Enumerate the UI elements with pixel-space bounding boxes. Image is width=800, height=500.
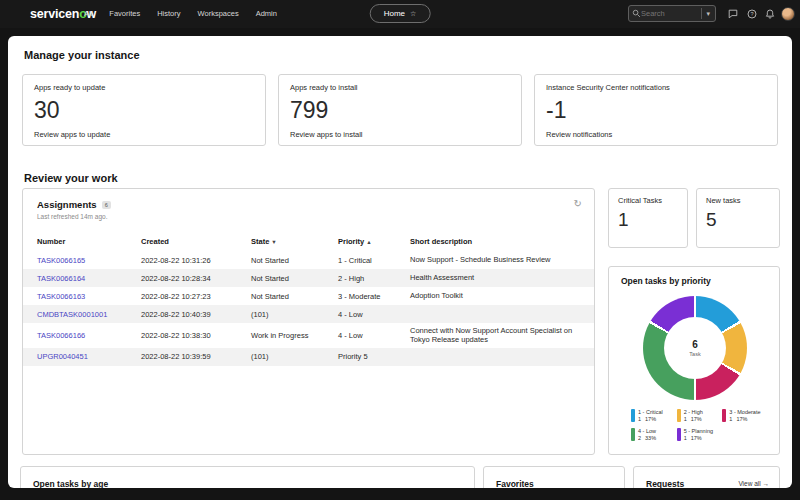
assignments-table-header: Number Created State▼ Priority▲ Short de…: [23, 233, 594, 249]
stat-value: 5: [706, 209, 770, 231]
priority-cell: 4 - Low: [338, 331, 410, 340]
legend-swatch: [631, 428, 635, 441]
assignments-title-text: Assignments: [37, 199, 97, 210]
legend-item[interactable]: 2 - High117%: [677, 409, 720, 423]
legend-item[interactable]: 5 - Planning117%: [677, 428, 720, 442]
favorite-star-icon[interactable]: ☆: [410, 10, 416, 18]
help-icon[interactable]: ?: [745, 7, 759, 21]
main-content-panel: Manage your instance Apps ready to updat…: [8, 36, 792, 488]
priority-cell: 4 - Low: [338, 310, 410, 319]
col-created[interactable]: Created: [141, 237, 251, 246]
created-cell: 2022-08-22 10:31:26: [141, 256, 251, 265]
top-nav: servicenow All Favorites History Workspa…: [0, 0, 800, 28]
legend-item[interactable]: 1 - Critical117%: [631, 409, 674, 423]
legend-item[interactable]: 3 - Moderate117%: [722, 409, 765, 423]
stat-label: Apps ready to install: [290, 83, 510, 92]
priority-cell: 2 - High: [338, 274, 410, 283]
nav-item-all[interactable]: All: [84, 9, 92, 18]
critical-tasks-card[interactable]: Critical Tasks 1: [608, 188, 688, 248]
stat-value: 30: [34, 97, 254, 124]
search-scope-dropdown[interactable]: ▾: [704, 10, 712, 18]
state-cell: Not Started: [251, 274, 338, 283]
stat-value: 799: [290, 97, 510, 124]
card-title: Open tasks by age: [33, 479, 108, 488]
assignments-title: Assignments 6: [37, 199, 111, 210]
sort-desc-icon: ▼: [271, 239, 276, 245]
requests-card[interactable]: Requests View all →: [633, 466, 780, 488]
priority-cell: Priority 5: [338, 352, 410, 361]
global-search: ▾: [628, 5, 716, 22]
state-cell: (101): [251, 310, 338, 319]
col-priority[interactable]: Priority▲: [338, 237, 410, 246]
last-refreshed-text: Last refreshed 14m ago.: [37, 213, 107, 220]
review-apps-install-link[interactable]: Review apps to install: [290, 130, 510, 139]
nav-item-admin[interactable]: Admin: [256, 9, 277, 18]
view-all-link[interactable]: View all →: [738, 480, 769, 487]
priority-cell: 1 - Critical: [338, 256, 410, 265]
table-row[interactable]: TASK0066163 2022-08-22 10:27:23 Not Star…: [23, 287, 594, 305]
card-title: Requests: [646, 479, 684, 488]
assignments-table-body: TASK0066165 2022-08-22 10:31:26 Not Star…: [23, 251, 594, 366]
chat-icon[interactable]: [726, 7, 740, 21]
table-row[interactable]: CMDBTASK0001001 2022-08-22 10:40:39 (101…: [23, 305, 594, 323]
state-cell: Work in Progress: [251, 331, 338, 340]
open-tasks-by-age-card[interactable]: Open tasks by age: [20, 466, 475, 488]
nav-item-workspaces[interactable]: Workspaces: [198, 9, 239, 18]
review-work-heading: Review your work: [24, 172, 118, 184]
new-tasks-card[interactable]: New tasks 5: [696, 188, 780, 248]
legend-swatch: [677, 428, 681, 441]
home-button[interactable]: Home ☆: [370, 4, 431, 23]
search-input[interactable]: [641, 9, 699, 18]
assignments-card: Assignments 6 Last refreshed 14m ago. ↻ …: [22, 188, 595, 455]
stat-label: Apps ready to update: [34, 83, 254, 92]
review-apps-update-link[interactable]: Review apps to update: [34, 130, 254, 139]
open-tasks-priority-card: Open tasks by priority 6 Task 1 - Critic…: [608, 266, 780, 455]
favorites-card[interactable]: Favorites: [483, 466, 625, 488]
security-notifications-card[interactable]: Instance Security Center notifications -…: [534, 74, 778, 146]
description-cell: Health Assessment: [410, 273, 580, 282]
manage-instance-heading: Manage your instance: [24, 49, 140, 61]
table-row[interactable]: TASK0066164 2022-08-22 10:28:34 Not Star…: [23, 269, 594, 287]
stat-value: -1: [546, 97, 766, 124]
created-cell: 2022-08-22 10:28:34: [141, 274, 251, 283]
created-cell: 2022-08-22 10:39:59: [141, 352, 251, 361]
legend-item[interactable]: 4 - Low233%: [631, 428, 674, 442]
donut-total: 6: [692, 339, 698, 350]
home-label: Home: [384, 9, 405, 18]
description-cell: Now Support - Schedule Business Review: [410, 255, 580, 264]
col-number[interactable]: Number: [37, 237, 141, 246]
description-cell: Adoption Toolkit: [410, 291, 580, 300]
task-number-link[interactable]: TASK0066165: [37, 256, 141, 265]
user-avatar[interactable]: [781, 7, 795, 21]
task-number-link[interactable]: CMDBTASK0001001: [37, 310, 141, 319]
task-number-link[interactable]: UPGR0040451: [37, 352, 141, 361]
table-row[interactable]: TASK0066165 2022-08-22 10:31:26 Not Star…: [23, 251, 594, 269]
table-row[interactable]: TASK0066166 2022-08-22 10:38:30 Work in …: [23, 323, 594, 348]
created-cell: 2022-08-22 10:38:30: [141, 331, 251, 340]
state-cell: Not Started: [251, 256, 338, 265]
task-number-link[interactable]: TASK0066164: [37, 274, 141, 283]
sort-asc-icon: ▲: [366, 239, 371, 245]
task-number-link[interactable]: TASK0066166: [37, 331, 141, 340]
nav-item-history[interactable]: History: [157, 9, 180, 18]
legend-swatch: [677, 409, 681, 422]
created-cell: 2022-08-22 10:27:23: [141, 292, 251, 301]
state-cell: Not Started: [251, 292, 338, 301]
nav-menu: All Favorites History Workspaces Admin: [84, 9, 277, 18]
task-number-link[interactable]: TASK0066163: [37, 292, 141, 301]
col-short-description[interactable]: Short description: [410, 237, 580, 246]
nav-item-favorites[interactable]: Favorites: [109, 9, 140, 18]
table-row[interactable]: UPGR0040451 2022-08-22 10:39:59 (101) Pr…: [23, 348, 594, 366]
refresh-icon[interactable]: ↻: [574, 198, 582, 209]
donut-center-label: 6 Task: [643, 296, 747, 400]
donut-unit: Task: [689, 351, 700, 357]
col-state[interactable]: State▼: [251, 237, 338, 246]
review-notifications-link[interactable]: Review notifications: [546, 130, 766, 139]
notifications-bell-icon[interactable]: [763, 7, 777, 21]
stat-label: New tasks: [706, 196, 770, 205]
apps-ready-to-install-card[interactable]: Apps ready to install 799 Review apps to…: [278, 74, 522, 146]
state-cell: (101): [251, 352, 338, 361]
assignments-count-badge: 6: [102, 201, 111, 209]
chart-title: Open tasks by priority: [621, 276, 711, 286]
apps-ready-to-update-card[interactable]: Apps ready to update 30 Review apps to u…: [22, 74, 266, 146]
